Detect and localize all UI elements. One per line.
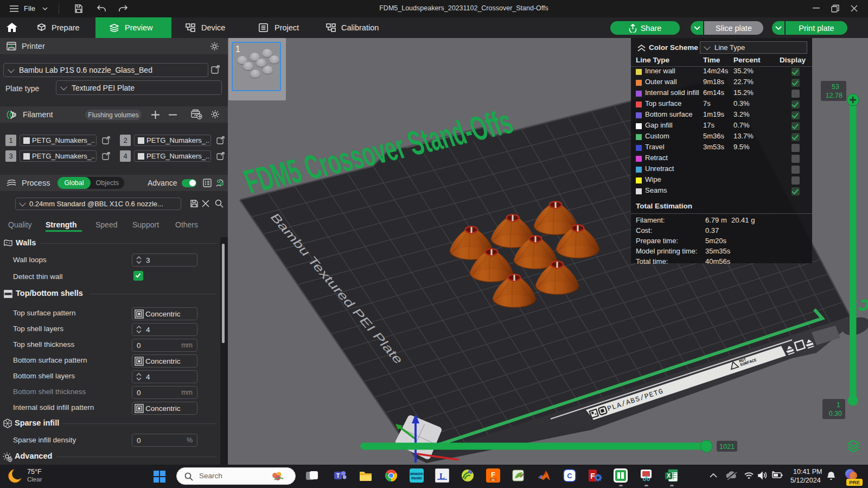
svg-text:360: 360 [491,479,495,481]
svg-text:12.78: 12.78 [826,92,843,99]
svg-text:T: T [336,473,340,479]
svg-text:F: F [491,471,495,479]
svg-text:1: 1 [837,401,840,409]
svg-text:53: 53 [832,83,839,91]
svg-text:F: F [590,472,595,480]
svg-text:amazon: amazon [410,472,423,476]
svg-text:1021: 1021 [719,443,735,451]
svg-text:music: music [411,476,422,480]
svg-text:0.30: 0.30 [829,410,842,417]
svg-text:C: C [567,472,572,480]
svg-text:X: X [667,473,671,479]
